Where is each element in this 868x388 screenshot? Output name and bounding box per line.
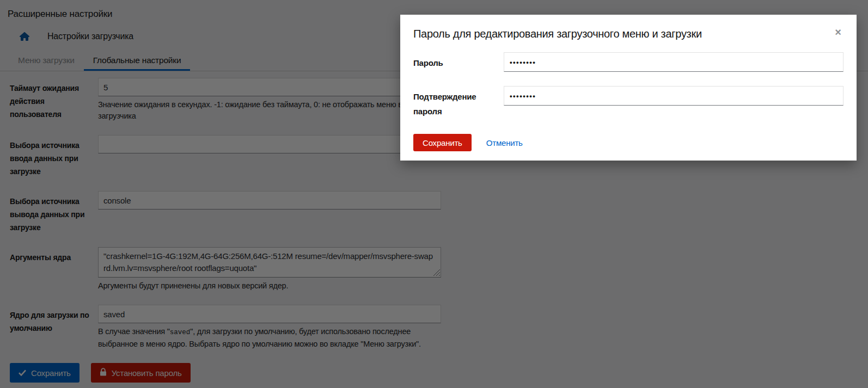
password-confirm-label: Подтверждение пароля [413,86,504,119]
modal-row-password: Пароль [413,52,843,72]
modal-footer: Сохранить Отменить [413,134,843,151]
password-input[interactable] [504,52,843,72]
password-dialog-title: Пароль для редактирования загрузочного м… [413,28,843,40]
modal-row-password-confirm: Подтверждение пароля [413,86,843,119]
modal-cancel-link[interactable]: Отменить [486,138,523,147]
password-confirm-input[interactable] [504,86,843,106]
password-label: Пароль [413,52,504,72]
modal-save-button[interactable]: Сохранить [413,134,472,151]
password-dialog: Пароль для редактирования загрузочного м… [400,15,857,161]
close-icon[interactable]: × [833,26,843,39]
